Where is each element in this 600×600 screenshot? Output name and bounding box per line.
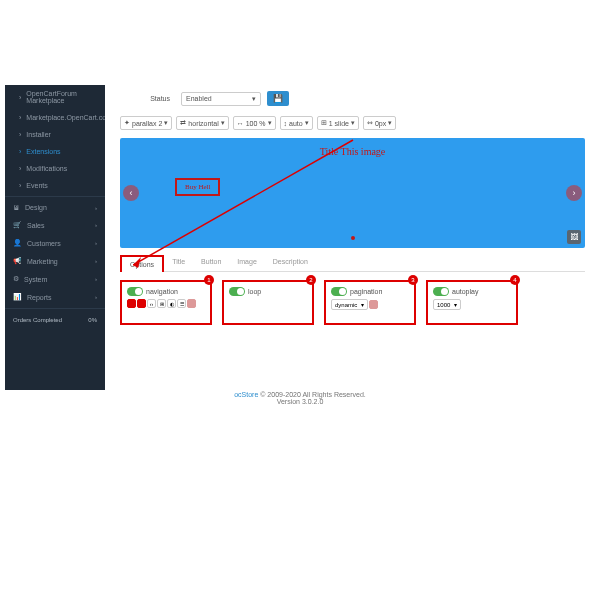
tab-options[interactable]: Options [120, 255, 164, 272]
status-label: Status [120, 95, 170, 102]
nav-btn-6[interactable]: ☰ [177, 299, 186, 308]
user-icon: 👤 [13, 239, 22, 247]
sidebar-item-extensions[interactable]: ›Extensions [5, 143, 105, 160]
sidebar-item-marketplace[interactable]: ›Marketplace.OpenCart.com [5, 109, 105, 126]
main-panel: Status Enabled▾ 💾 ✦ parallax 2 ▾ ⇄ horiz… [110, 85, 595, 333]
sidebar-item-marketing[interactable]: 📢Marketing› [5, 252, 105, 270]
sidebar-item-installer[interactable]: ›Installer [5, 126, 105, 143]
option-loop: 2 loop [222, 280, 314, 325]
option-navigation: 1 navigation ‹› ⊞ ◐ ☰ [120, 280, 212, 325]
sidebar-item-system[interactable]: ⚙System› [5, 270, 105, 288]
autoplay-toggle[interactable] [433, 287, 449, 296]
badge-3: 3 [408, 275, 418, 285]
height-select[interactable]: ↕ auto ▾ [280, 116, 313, 130]
loop-toggle[interactable] [229, 287, 245, 296]
sidebar-item-sales[interactable]: 🛒Sales› [5, 216, 105, 234]
sidebar-item-reports[interactable]: 📊Reports› [5, 288, 105, 306]
sidebar-item-design[interactable]: 🖥Design› [5, 199, 105, 216]
nav-btn-3[interactable]: ‹› [147, 299, 156, 308]
nav-btn-7[interactable] [187, 299, 196, 308]
slide-button[interactable]: Buy Hell [175, 178, 220, 196]
pagination-toggle[interactable] [331, 287, 347, 296]
tab-description[interactable]: Description [265, 254, 316, 271]
width-select[interactable]: ↔ 100 % ▾ [233, 116, 276, 130]
sidebar-item-modifications[interactable]: ›Modifications [5, 160, 105, 177]
nav-btn-5[interactable]: ◐ [167, 299, 176, 308]
orders-completed-stat: Orders Completed0% [5, 311, 105, 329]
badge-1: 1 [204, 275, 214, 285]
save-button[interactable]: 💾 [267, 91, 289, 106]
badge-2: 2 [306, 275, 316, 285]
image-icon[interactable]: 🖼 [567, 230, 581, 244]
monitor-icon: 🖥 [13, 204, 20, 211]
effect-select[interactable]: ✦ parallax 2 ▾ [120, 116, 172, 130]
pagination-type-select[interactable]: dynamic ▾ [331, 299, 368, 310]
footer-brand-link[interactable]: ocStore [234, 391, 258, 398]
space-select[interactable]: ⇔ 0px ▾ [363, 116, 396, 130]
sidebar: ›OpenCartForum Marketplace ›Marketplace.… [5, 85, 105, 390]
next-arrow-icon[interactable]: › [566, 185, 582, 201]
slide-title: Title This image [320, 146, 386, 157]
slider-preview: Title This image Buy Hell ‹ › 🖼 [120, 138, 585, 248]
sidebar-item-ocforum[interactable]: ›OpenCartForum Marketplace [5, 85, 105, 109]
nav-btn-2[interactable] [137, 299, 146, 308]
badge-4: 4 [510, 275, 520, 285]
tab-image[interactable]: Image [229, 254, 264, 271]
navigation-toggle[interactable] [127, 287, 143, 296]
cart-icon: 🛒 [13, 221, 22, 229]
sidebar-item-events[interactable]: ›Events [5, 177, 105, 194]
megaphone-icon: 📢 [13, 257, 22, 265]
sidebar-item-customers[interactable]: 👤Customers› [5, 234, 105, 252]
option-autoplay: 4 autoplay 1000 ▾ [426, 280, 518, 325]
chart-icon: 📊 [13, 293, 22, 301]
option-pagination: 3 pagination dynamic ▾ [324, 280, 416, 325]
direction-select[interactable]: ⇄ horizontal ▾ [176, 116, 228, 130]
tab-button[interactable]: Button [193, 254, 229, 271]
status-select[interactable]: Enabled▾ [181, 92, 261, 106]
footer: ocStore © 2009-2020 All Rights Reserved.… [0, 391, 600, 405]
nav-btn-1[interactable] [127, 299, 136, 308]
pag-color-btn[interactable] [369, 300, 378, 309]
options-row: 1 navigation ‹› ⊞ ◐ ☰ 2 loop 3 paginatio… [110, 272, 595, 333]
slides-select[interactable]: ⊞ 1 slide ▾ [317, 116, 359, 130]
gear-icon: ⚙ [13, 275, 19, 283]
pagination-dots[interactable] [351, 226, 355, 244]
tabs-row: Options Title Button Image Description [120, 254, 585, 272]
prev-arrow-icon[interactable]: ‹ [123, 185, 139, 201]
tab-title[interactable]: Title [164, 254, 193, 271]
nav-btn-4[interactable]: ⊞ [157, 299, 166, 308]
slider-toolbar: ✦ parallax 2 ▾ ⇄ horizontal ▾ ↔ 100 % ▾ … [110, 112, 595, 134]
autoplay-delay-select[interactable]: 1000 ▾ [433, 299, 461, 310]
